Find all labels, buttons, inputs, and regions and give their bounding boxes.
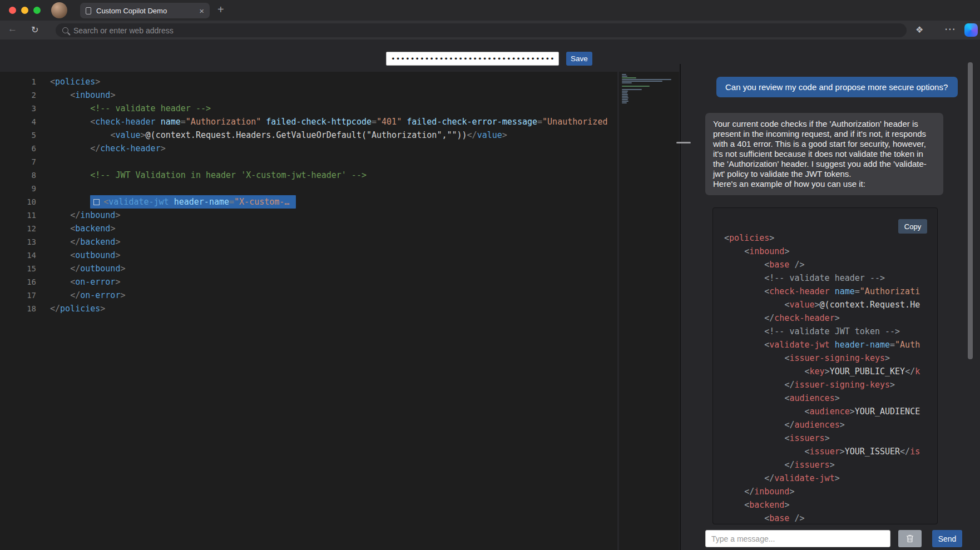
user-message: Can you review my code and propose more … bbox=[716, 77, 958, 97]
policy-code-editor[interactable]: 123456789101112131415161718 <policies> <… bbox=[0, 72, 617, 550]
tab-close-icon[interactable]: × bbox=[199, 7, 204, 15]
code-line[interactable] bbox=[50, 182, 617, 195]
editor-minimap[interactable] bbox=[619, 72, 679, 550]
trash-icon bbox=[906, 534, 914, 543]
minimap-line bbox=[622, 92, 627, 93]
minimap-line bbox=[622, 79, 671, 80]
browser-toolbar: ← ↻ ❖ ⋯ bbox=[0, 21, 980, 39]
page-scrollbar[interactable] bbox=[968, 62, 973, 359]
line-number: 11 bbox=[0, 209, 36, 222]
minimize-window-button[interactable] bbox=[21, 7, 28, 14]
code-line[interactable] bbox=[50, 155, 617, 169]
minimap-line bbox=[622, 101, 628, 102]
minimap-line bbox=[622, 77, 636, 78]
line-number: 9 bbox=[0, 182, 36, 195]
chat-code-lines: <policies> <inbound> <base /> <!-- valid… bbox=[724, 231, 937, 524]
new-tab-button[interactable]: + bbox=[217, 3, 224, 16]
chat-code-line: </issuers> bbox=[724, 458, 937, 472]
line-number: 6 bbox=[0, 142, 36, 155]
minimap-line bbox=[622, 99, 628, 100]
code-line[interactable]: <!-- validate header --> bbox=[50, 102, 617, 115]
more-menu-icon[interactable]: ⋯ bbox=[944, 22, 956, 36]
save-button[interactable]: Save bbox=[566, 52, 592, 66]
chat-code-line: <audiences> bbox=[724, 392, 937, 405]
chat-code-line: <issuers> bbox=[724, 432, 937, 445]
chat-code-line: <issuer>YOUR_ISSUER</is bbox=[724, 445, 937, 458]
zoom-window-button[interactable] bbox=[33, 7, 41, 14]
address-input[interactable] bbox=[73, 26, 900, 35]
line-number: 12 bbox=[0, 222, 36, 235]
back-button[interactable]: ← bbox=[8, 23, 17, 34]
line-number: 13 bbox=[0, 235, 36, 249]
chat-code-line: <check-header name="Authorizati bbox=[724, 285, 937, 298]
line-number: 2 bbox=[0, 88, 36, 102]
page-icon bbox=[86, 7, 91, 14]
code-line[interactable]: <!-- JWT Validation in header 'X-custom-… bbox=[50, 169, 617, 182]
code-line[interactable]: </policies> bbox=[50, 302, 617, 315]
address-bar[interactable] bbox=[56, 23, 907, 37]
code-line[interactable]: </outbound> bbox=[50, 262, 617, 275]
code-line[interactable]: <value>@(context.Request.Headers.GetValu… bbox=[50, 128, 617, 142]
code-line[interactable]: <inbound> bbox=[50, 88, 617, 102]
secret-key-field[interactable] bbox=[386, 52, 559, 66]
minimap-line bbox=[622, 96, 628, 97]
browser-tab[interactable]: Custom Copilot Demo × bbox=[80, 3, 210, 18]
code-line[interactable]: </on-error> bbox=[50, 289, 617, 302]
minimap-line bbox=[622, 94, 628, 95]
send-button[interactable]: Send bbox=[932, 530, 962, 547]
assistant-code-block: Copy <policies> <inbound> <base /> <!-- … bbox=[712, 207, 938, 524]
line-number: 3 bbox=[0, 102, 36, 115]
assistant-paragraph: Your current code checks if the 'Authori… bbox=[713, 119, 936, 179]
code-line[interactable]: </backend> bbox=[50, 235, 617, 249]
extensions-icon[interactable]: ❖ bbox=[915, 24, 923, 35]
code-line[interactable]: </inbound> bbox=[50, 209, 617, 222]
chat-message-input[interactable] bbox=[705, 530, 890, 547]
minimap-line bbox=[622, 89, 642, 90]
line-number: 8 bbox=[0, 169, 36, 182]
minimap-line bbox=[622, 74, 626, 75]
selected-code[interactable]: <validate-jwt header-name="X-custom-… bbox=[90, 195, 296, 209]
chat-code-line: <base /> bbox=[724, 512, 937, 524]
chat-code-line: <base /> bbox=[724, 258, 937, 271]
close-window-button[interactable] bbox=[9, 7, 16, 14]
minimap-content bbox=[622, 74, 679, 103]
chat-code-line: <backend> bbox=[724, 498, 937, 512]
clear-chat-button[interactable] bbox=[898, 530, 922, 547]
line-number: 17 bbox=[0, 289, 36, 302]
minimap-line bbox=[622, 102, 627, 103]
panel-divider bbox=[680, 64, 681, 550]
editor-gutter: 123456789101112131415161718 bbox=[0, 75, 36, 315]
minimap-line bbox=[622, 86, 650, 87]
search-icon bbox=[62, 27, 68, 33]
line-number: 1 bbox=[0, 75, 36, 88]
code-line[interactable]: </check-header> bbox=[50, 142, 617, 155]
chat-code-line: <!-- validate header --> bbox=[724, 271, 937, 285]
line-number: 16 bbox=[0, 275, 36, 289]
assistant-message: Your current code checks if the 'Authori… bbox=[705, 113, 943, 195]
profile-avatar[interactable] bbox=[51, 2, 67, 18]
line-number: 15 bbox=[0, 262, 36, 275]
code-line[interactable]: <policies> bbox=[50, 75, 617, 88]
code-line[interactable]: <on-error> bbox=[50, 275, 617, 289]
chat-code-line: <audience>YOUR_AUDIENCE bbox=[724, 405, 937, 418]
minimap-line bbox=[622, 82, 632, 83]
chat-code-line: <validate-jwt header-name="Auth bbox=[724, 338, 937, 351]
line-number: 7 bbox=[0, 155, 36, 169]
minimap-line bbox=[622, 91, 628, 92]
browser-titlebar: Custom Copilot Demo × + bbox=[0, 0, 980, 21]
line-number: 4 bbox=[0, 115, 36, 128]
code-line[interactable]: <check-header name="Authorization" faile… bbox=[50, 115, 617, 128]
copilot-logo-icon[interactable] bbox=[964, 23, 978, 37]
minimap-line bbox=[622, 81, 662, 82]
editor-lines: <policies> <inbound> <!-- validate heade… bbox=[50, 75, 617, 315]
chat-code-line: </validate-jwt> bbox=[724, 472, 937, 485]
code-line[interactable]: <outbound> bbox=[50, 249, 617, 262]
chat-code-line: <issuer-signing-keys> bbox=[724, 351, 937, 365]
chat-code-line: <value>@(context.Request.He bbox=[724, 298, 937, 311]
line-number: 14 bbox=[0, 249, 36, 262]
reload-button[interactable]: ↻ bbox=[31, 24, 38, 35]
suggestion-checkbox[interactable] bbox=[93, 199, 100, 205]
panel-resize-handle[interactable] bbox=[676, 142, 691, 143]
code-line[interactable]: <validate-jwt header-name="X-custom-… bbox=[50, 195, 617, 209]
code-line[interactable]: <backend> bbox=[50, 222, 617, 235]
